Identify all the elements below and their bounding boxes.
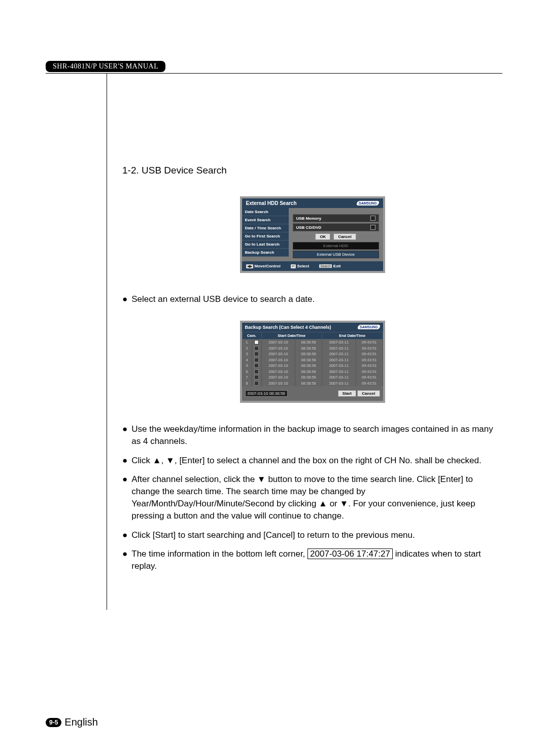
page-number-badge: 9-5: [46, 718, 61, 727]
search-key-icon: Search: [319, 264, 332, 268]
menu-goto-first[interactable]: Go to First Search: [242, 232, 289, 240]
shot1-title: External HDD Search: [246, 200, 297, 206]
section-title: 1-2. USB Device Search: [122, 165, 502, 176]
replay-start-datetime[interactable]: 2007-03-10 08:38:58: [245, 390, 288, 397]
menu-event-search[interactable]: Event Search: [242, 216, 289, 224]
menu-datetime-search[interactable]: Date / Time Search: [242, 224, 289, 232]
timestamp-box: 2007-03-06 17:47:27: [307, 548, 393, 559]
option-usb-cddvd[interactable]: USB CD/DVD: [293, 223, 379, 231]
shot1-sidebar-menu: Date Search Event Search Date / Time Sea…: [242, 208, 289, 261]
checkbox-icon[interactable]: [254, 352, 259, 356]
col-cam: Cam.: [242, 332, 261, 339]
menu-date-search[interactable]: Date Search: [242, 208, 289, 216]
checkbox-icon[interactable]: [254, 363, 259, 368]
bullet-text: Use the weekday/time information in the …: [131, 423, 502, 448]
menu-goto-last[interactable]: Go to Last Search: [242, 240, 289, 249]
col-start: Start Date/Time: [261, 332, 322, 339]
bullet-text: Select an external USB device to search …: [131, 293, 315, 305]
backup-channel-table: Cam. Start Date/Time End Date/Time 12007…: [242, 332, 383, 386]
enter-key-icon: ↵: [291, 264, 296, 268]
bullet-item: ●Click [Start] to start searching and [C…: [122, 529, 502, 541]
checkbox-icon[interactable]: [254, 340, 259, 345]
shot1-footer: ◀▶Move/Control ↵Select SearchExit: [242, 261, 383, 271]
menu-backup-search[interactable]: Backup Search: [242, 249, 289, 257]
table-row[interactable]: 62007-03-1008:38:582007-03-1109:43:51: [242, 368, 383, 374]
brand-badge: SAMSUNG: [357, 201, 379, 205]
col-end: End Date/Time: [322, 332, 383, 339]
language-label: English: [64, 716, 98, 728]
bullet-text-a: The time information in the bottom left …: [131, 549, 307, 559]
screenshot-backup-search: Backup Search (Can Select 4 Channels) SA…: [240, 321, 385, 403]
footer-select: Select: [297, 264, 310, 268]
cancel-button[interactable]: Cancel: [333, 233, 356, 240]
option-external-hdd: External HDD: [293, 242, 379, 250]
bullet-item: ●Use the weekday/time information in the…: [122, 423, 502, 448]
footer-exit: Exit: [333, 264, 341, 268]
bullet-item: ● The time information in the bottom lef…: [122, 548, 502, 572]
table-row[interactable]: 82007-03-1008:38:582007-03-1109:43:51: [242, 380, 383, 386]
start-button[interactable]: Start: [338, 390, 356, 397]
checkbox-icon[interactable]: [254, 375, 259, 380]
bullet-text: After channel selection, click the ▼ but…: [131, 473, 502, 522]
table-row[interactable]: 72007-03-1008:38:582007-03-1109:43:51: [242, 374, 383, 381]
checkbox-icon[interactable]: [254, 369, 259, 374]
checkbox-icon[interactable]: [254, 381, 259, 386]
arrow-keys-icon: ◀▶: [246, 264, 253, 268]
opt-usb-memory-label: USB Memory: [296, 216, 322, 221]
table-row[interactable]: 42007-03-1008:38:582007-03-1109:43:51: [242, 357, 383, 363]
checkbox-icon[interactable]: [370, 216, 375, 221]
checkbox-icon[interactable]: [254, 358, 259, 362]
checkbox-icon[interactable]: [254, 346, 259, 351]
screenshot-external-hdd-search: External HDD Search SAMSUNG Date Search …: [240, 196, 385, 273]
table-row[interactable]: 22007-03-1008:38:582007-03-1109:43:51: [242, 345, 383, 351]
page-footer: 9-5 English: [46, 716, 98, 728]
bullet-item: ●Click ▲, ▼, [Enter] to select a channel…: [122, 455, 502, 467]
brand-badge: SAMSUNG: [358, 325, 380, 329]
bullet-text: The time information in the bottom left …: [131, 548, 502, 572]
option-usb-memory[interactable]: USB Memory: [293, 214, 379, 222]
table-row[interactable]: 32007-03-1008:38:582007-03-1109:43:51: [242, 351, 383, 357]
table-row[interactable]: 12007-03-1008:38:582007-03-1109:43:51: [242, 339, 383, 345]
bullet-item: ●Select an external USB device to search…: [122, 293, 502, 305]
opt-usb-cddvd-label: USB CD/DVD: [296, 225, 322, 230]
footer-move: Move/Control: [255, 264, 281, 268]
ok-button[interactable]: OK: [315, 233, 330, 240]
shot2-title: Backup Search (Can Select 4 Channels): [245, 325, 331, 330]
bullet-text: Click [Start] to start searching and [Ca…: [131, 529, 415, 541]
manual-header-badge: SHR-4081N/P USER'S MANUAL: [46, 61, 165, 72]
bullet-text: Click ▲, ▼, [Enter] to select a channel …: [131, 455, 481, 467]
cancel-button[interactable]: Cancel: [357, 390, 380, 397]
checkbox-icon[interactable]: [370, 225, 375, 230]
bullet-item: ●After channel selection, click the ▼ bu…: [122, 473, 502, 522]
table-row[interactable]: 52007-03-1008:38:582007-03-1109:43:51: [242, 363, 383, 369]
option-external-usb-device[interactable]: External USB Device: [293, 251, 379, 258]
